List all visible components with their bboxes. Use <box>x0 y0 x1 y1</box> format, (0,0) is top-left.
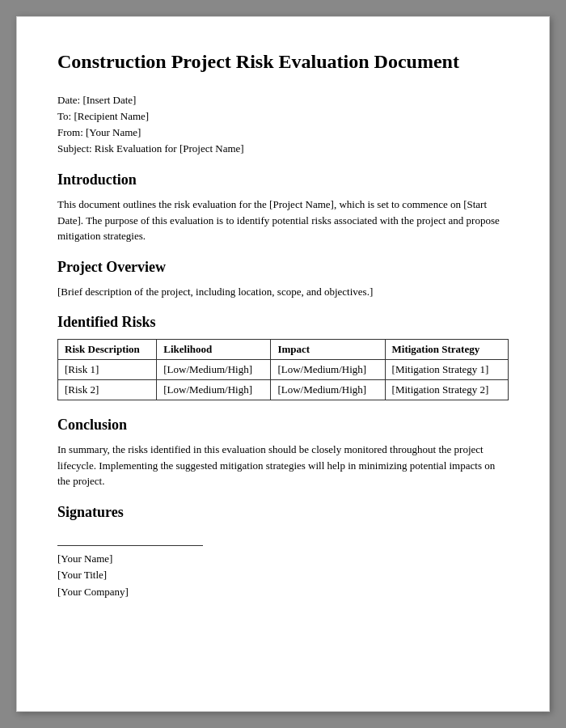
table-cell-r0-c1: [Low/Medium/High] <box>157 360 271 380</box>
meta-date: Date: [Insert Date] <box>57 94 509 107</box>
introduction-heading: Introduction <box>57 171 509 188</box>
meta-subject: Subject: Risk Evaluation for [Project Na… <box>57 142 509 155</box>
project-overview-heading: Project Overview <box>57 259 509 276</box>
table-header-row: Risk Description Likelihood Impact Mitig… <box>58 340 509 360</box>
conclusion-heading: Conclusion <box>57 417 509 434</box>
col-header-mitigation: Mitigation Strategy <box>385 340 508 360</box>
table-cell-r0-c2: [Low/Medium/High] <box>271 360 385 380</box>
col-header-likelihood: Likelihood <box>157 340 271 360</box>
project-overview-body: [Brief description of the project, inclu… <box>57 284 509 300</box>
document-title: Construction Project Risk Evaluation Doc… <box>57 49 509 74</box>
table-cell-r1-c3: [Mitigation Strategy 2] <box>385 380 508 400</box>
risk-table: Risk Description Likelihood Impact Mitig… <box>57 339 509 400</box>
col-header-risk-description: Risk Description <box>58 340 157 360</box>
signature-company: [Your Company] <box>57 584 509 601</box>
identified-risks-heading: Identified Risks <box>57 314 509 331</box>
meta-from: From: [Your Name] <box>57 126 509 139</box>
conclusion-body: In summary, the risks identified in this… <box>57 442 509 489</box>
table-cell-r1-c0: [Risk 2] <box>58 380 157 400</box>
document-page: Construction Project Risk Evaluation Doc… <box>16 16 550 712</box>
table-cell-r0-c3: [Mitigation Strategy 1] <box>385 360 508 380</box>
signature-text: [Your Name] [Your Title] [Your Company] <box>57 551 509 601</box>
signature-name: [Your Name] <box>57 551 509 568</box>
table-row: [Risk 1][Low/Medium/High][Low/Medium/Hig… <box>58 360 509 380</box>
signatures-heading: Signatures <box>57 504 509 521</box>
table-row: [Risk 2][Low/Medium/High][Low/Medium/Hig… <box>58 380 509 400</box>
table-cell-r0-c0: [Risk 1] <box>58 360 157 380</box>
meta-to: To: [Recipient Name] <box>57 110 509 123</box>
meta-block: Date: [Insert Date] To: [Recipient Name]… <box>57 94 509 155</box>
table-cell-r1-c2: [Low/Medium/High] <box>271 380 385 400</box>
signature-title: [Your Title] <box>57 567 509 584</box>
signature-line <box>57 545 203 546</box>
table-cell-r1-c1: [Low/Medium/High] <box>157 380 271 400</box>
col-header-impact: Impact <box>271 340 385 360</box>
introduction-body: This document outlines the risk evaluati… <box>57 197 509 244</box>
